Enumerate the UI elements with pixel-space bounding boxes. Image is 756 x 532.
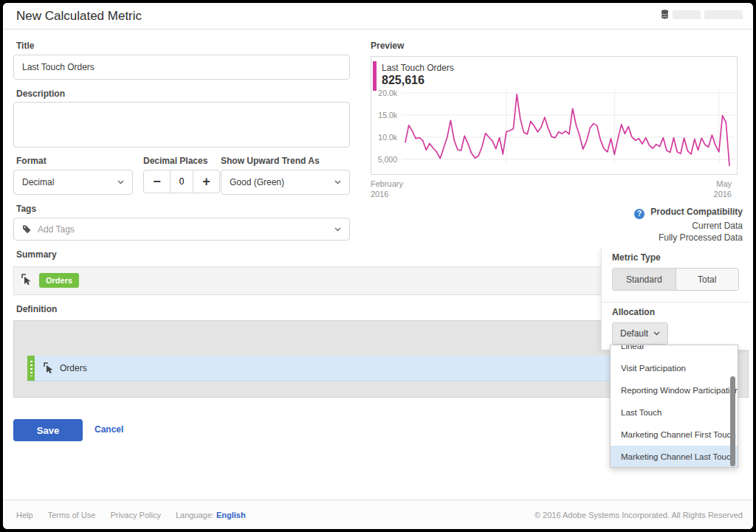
title-input[interactable]: Last Touch Orders: [13, 55, 350, 80]
tags-select[interactable]: Add Tags: [13, 218, 350, 241]
decimal-places-label: Decimal Places: [143, 156, 207, 166]
divider: [602, 302, 749, 303]
description-textarea[interactable]: [13, 102, 350, 148]
summary-label: Summary: [16, 249, 57, 260]
report-suite-selector[interactable]: [661, 10, 743, 19]
legend-series-name: Last Touch Orders: [382, 63, 454, 73]
click-cursor-icon: [21, 274, 33, 286]
footer-links: HelpTerms of UsePrivacy PolicyLanguage: …: [16, 511, 246, 519]
x-axis-end-label: May2016: [714, 179, 732, 199]
metric-settings-panel: Metric Type Standard Total Allocation De…: [601, 247, 749, 350]
save-button[interactable]: Save: [13, 419, 83, 441]
compatibility-item: Fully Processed Data: [634, 232, 743, 243]
footer-link[interactable]: Help: [16, 511, 33, 519]
decimal-places-value[interactable]: 0: [171, 170, 193, 193]
title-input-value: Last Touch Orders: [22, 62, 94, 72]
y-axis-tick-label: 15.0k: [371, 111, 397, 120]
allocation-option[interactable]: Visit Participation: [611, 357, 738, 379]
tags-placeholder: Add Tags: [38, 224, 75, 235]
legend-color-bar: [373, 61, 377, 91]
description-label: Description: [16, 89, 65, 99]
metric-type-standard-button[interactable]: Standard: [613, 269, 676, 290]
chevron-down-icon: [653, 331, 660, 336]
minus-icon: −: [153, 174, 161, 190]
allocation-dropdown-button[interactable]: Default: [612, 322, 668, 345]
footer-link[interactable]: Terms of Use: [48, 511, 96, 519]
y-axis-tick-label: 20.0k: [371, 89, 397, 97]
drag-dots-icon: [30, 361, 32, 376]
x-axis-start-label: February2016: [371, 179, 403, 199]
y-axis-tick-label: 10.0k: [371, 133, 397, 142]
compatibility-title: Product Compatibility: [650, 207, 743, 217]
chevron-down-icon: [117, 180, 124, 184]
format-select[interactable]: Decimal: [13, 170, 133, 195]
new-calculated-metric-dialog: New Calculated Metric Title Last Touch O…: [3, 3, 753, 529]
redacted-suite-name: [704, 10, 743, 19]
allocation-option[interactable]: Marketing Channel Last Touch: [611, 446, 738, 468]
dropdown-scrollbar[interactable]: [730, 376, 735, 466]
trend-label: Show Upward Trend As: [221, 156, 320, 166]
metric-type-label: Metric Type: [612, 252, 661, 263]
compatibility-item: Current Data: [634, 221, 743, 231]
footer: HelpTerms of UsePrivacy PolicyLanguage: …: [3, 500, 753, 529]
language-selector: Language: English: [176, 511, 246, 519]
language-link[interactable]: English: [216, 511, 246, 519]
allocation-option[interactable]: Linear: [611, 345, 738, 357]
allocation-option[interactable]: Reporting Window Participation: [611, 379, 738, 401]
trend-select[interactable]: Good (Green): [221, 170, 350, 195]
allocation-label: Allocation: [612, 307, 655, 317]
click-cursor-icon: [44, 362, 55, 375]
y-axis-tick-label: 5,000: [371, 155, 397, 164]
chevron-down-icon: [334, 227, 341, 232]
decimal-places-stepper: − 0 +: [143, 170, 220, 193]
drag-handle[interactable]: [27, 356, 35, 381]
preview-label: Preview: [371, 41, 404, 51]
title-label: Title: [16, 41, 34, 51]
product-compatibility: ? Product Compatibility Current DataFull…: [634, 207, 743, 243]
redacted-suite-name: [673, 10, 701, 19]
trend-value: Good (Green): [230, 177, 284, 187]
summary-metric-pill[interactable]: Orders: [39, 273, 79, 288]
tags-label: Tags: [16, 204, 36, 214]
decrement-button[interactable]: −: [143, 170, 171, 193]
window-frame: New Calculated Metric Title Last Touch O…: [0, 0, 756, 532]
metric-type-total-button[interactable]: Total: [676, 269, 739, 290]
database-icon: [661, 10, 669, 19]
metric-type-segmented-control: Standard Total: [612, 268, 739, 291]
definition-label: Definition: [16, 304, 57, 314]
allocation-option[interactable]: Marketing Channel First Touch: [611, 424, 738, 446]
line-chart: [402, 86, 735, 173]
format-value: Decimal: [22, 177, 54, 187]
chevron-down-icon: [334, 180, 341, 184]
allocation-option[interactable]: Last Touch: [611, 401, 738, 424]
plus-icon: +: [202, 174, 210, 190]
footer-link[interactable]: Privacy Policy: [110, 511, 160, 519]
format-label: Format: [16, 156, 47, 166]
increment-button[interactable]: +: [193, 170, 220, 193]
definition-metric-name: Orders: [60, 363, 87, 373]
tag-icon: [22, 224, 32, 234]
allocation-selected-value: Default: [620, 328, 648, 339]
page-title: New Calculated Metric: [16, 9, 142, 24]
allocation-dropdown-menu: LinearVisit ParticipationReporting Windo…: [610, 345, 738, 468]
dialog-header: New Calculated Metric: [3, 3, 753, 30]
copyright-text: © 2016 Adobe Systems Incorporated. All R…: [535, 511, 743, 519]
cancel-button[interactable]: Cancel: [94, 424, 123, 435]
help-question-icon[interactable]: ?: [634, 209, 645, 219]
language-label: Language:: [176, 511, 214, 519]
